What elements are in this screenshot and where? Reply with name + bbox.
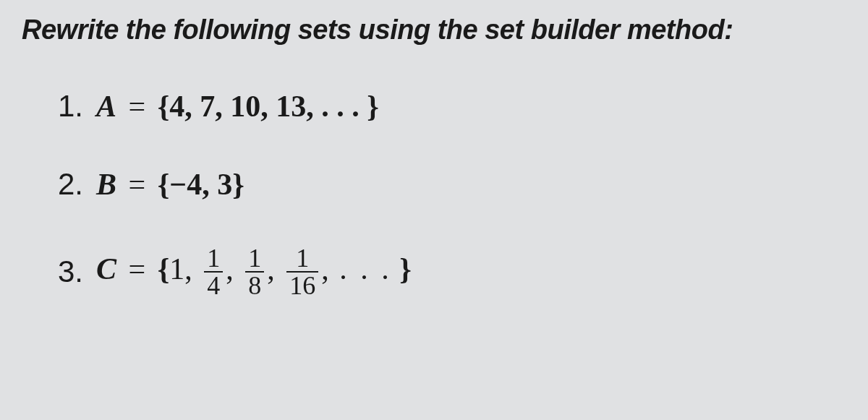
comma: ,	[226, 252, 234, 286]
numerator: 1	[204, 245, 223, 271]
denominator: 8	[245, 271, 264, 299]
set-expression: C = {1, 1 4 , 1 8 , 1 16 , . . . }	[96, 245, 412, 299]
comma: ,	[267, 252, 275, 286]
set-variable: A	[96, 90, 116, 123]
item-number: 1.	[58, 89, 83, 124]
open-brace: {	[158, 252, 170, 286]
comma: ,	[321, 252, 329, 286]
problem-item-1: 1. A = {4, 7, 10, 13, . . . }	[58, 89, 846, 124]
fraction: 1 4	[204, 245, 223, 299]
set-braces: {−4, 3}	[158, 168, 244, 201]
set-variable: C	[96, 252, 116, 286]
denominator: 4	[204, 271, 223, 299]
denominator: 16	[286, 271, 318, 299]
set-variable: B	[96, 168, 116, 201]
equals-sign: =	[129, 252, 146, 286]
comma: ,	[184, 252, 192, 286]
set-expression: A = {4, 7, 10, 13, . . . }	[96, 89, 379, 124]
set-expression: B = {−4, 3}	[96, 167, 244, 202]
fraction: 1 16	[286, 245, 318, 299]
fraction: 1 8	[245, 245, 264, 299]
element-first: 1	[169, 252, 184, 286]
numerator: 1	[245, 245, 264, 271]
problem-item-3: 3. C = {1, 1 4 , 1 8 , 1 16 , . . . }	[58, 245, 846, 299]
close-brace: }	[399, 252, 412, 286]
ellipsis: . . .	[339, 252, 392, 286]
equals-sign: =	[129, 168, 146, 201]
item-number: 3.	[58, 254, 83, 289]
instruction-heading: Rewrite the following sets using the set…	[22, 14, 846, 46]
item-number: 2.	[58, 167, 83, 202]
set-braces: {4, 7, 10, 13, . . . }	[158, 90, 379, 123]
numerator: 1	[293, 245, 312, 271]
equals-sign: =	[129, 90, 146, 123]
problem-item-2: 2. B = {−4, 3}	[58, 167, 846, 202]
